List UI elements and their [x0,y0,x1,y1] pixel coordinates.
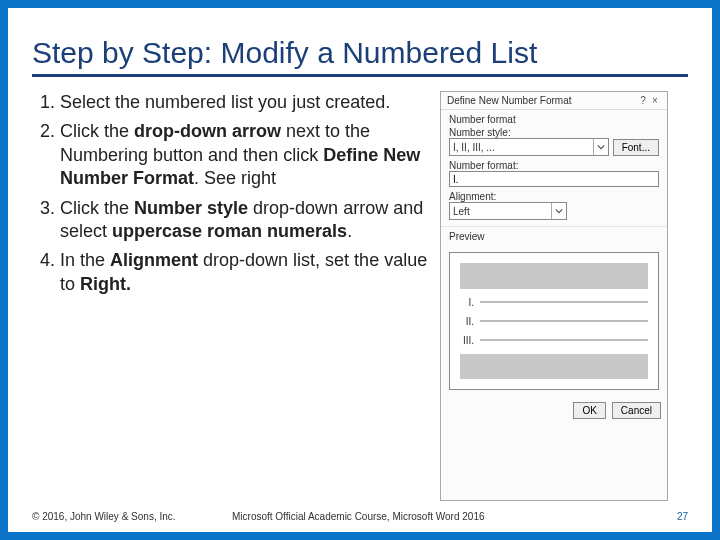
ok-button[interactable]: OK [573,402,605,419]
label-preview: Preview [449,231,659,242]
section-number-format: Number format [449,114,659,125]
slide-title: Step by Step: Modify a Numbered List [32,36,688,70]
number-style-dropdown[interactable]: I, II, III, ... [449,138,609,156]
help-icon[interactable]: ? [637,95,649,106]
alignment-dropdown[interactable]: Left [449,202,567,220]
dialog-title: Define New Number Format [447,95,637,106]
slide-footer: © 2016, John Wiley & Sons, Inc. Microsof… [32,501,688,522]
footer-page: 27 [648,511,688,522]
chevron-down-icon [551,203,566,219]
footer-copyright: © 2016, John Wiley & Sons, Inc. [32,511,232,522]
label-number-style: Number style: [449,127,659,138]
chevron-down-icon [593,139,608,155]
close-icon[interactable]: × [649,95,661,106]
list-item: Click the Number style drop-down arrow a… [60,197,430,244]
preview-pane: I. II. III. [449,252,659,390]
list-item: Select the numbered list you just create… [60,91,430,114]
label-alignment: Alignment: [449,191,659,202]
title-rule [32,74,688,77]
list-item: Click the drop-down arrow next to the Nu… [60,120,430,190]
step-list: Select the numbered list you just create… [32,91,430,501]
dialog-titlebar: Define New Number Format ? × [441,92,667,110]
define-number-format-dialog: Define New Number Format ? × Number form… [440,91,668,501]
footer-course: Microsoft Official Academic Course, Micr… [232,511,648,522]
cancel-button[interactable]: Cancel [612,402,661,419]
list-item: In the Alignment drop-down list, set the… [60,249,430,296]
font-button[interactable]: Font... [613,139,659,156]
number-format-input[interactable] [449,171,659,187]
label-number-format: Number format: [449,160,659,171]
